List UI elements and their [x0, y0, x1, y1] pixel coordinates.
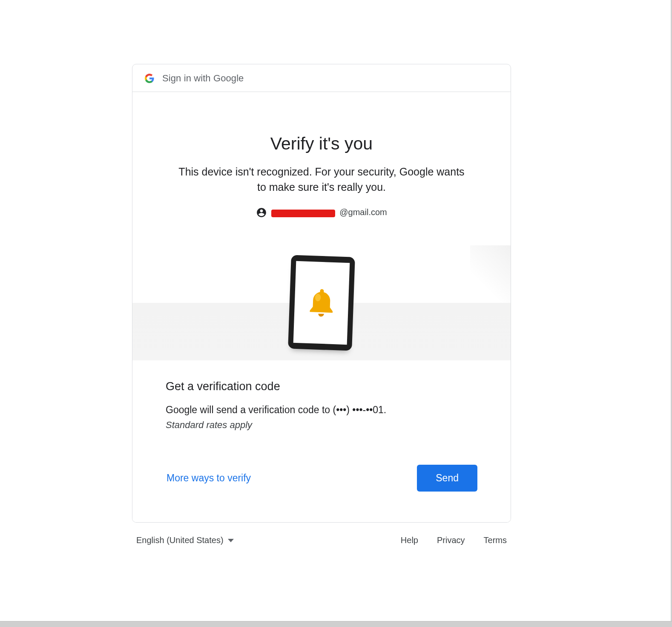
footer-links: Help Privacy Terms [401, 535, 507, 545]
language-selector[interactable]: English (United States) [136, 535, 234, 545]
title-block: Verify it's you This device isn't recogn… [132, 92, 511, 218]
google-logo-icon [144, 73, 155, 83]
account-email-suffix: @gmail.com [339, 207, 387, 217]
illustration-zone [132, 245, 511, 360]
chevron-down-icon [228, 539, 234, 542]
verification-description: Google will send a verification code to … [166, 403, 477, 417]
signin-dialog-wrap: Sign in with Google Verify it's you This… [132, 64, 511, 545]
signin-dialog: Sign in with Google Verify it's you This… [132, 64, 511, 523]
redacted-email-prefix [271, 210, 335, 217]
account-circle-icon [256, 207, 267, 218]
help-link[interactable]: Help [401, 535, 418, 545]
language-label: English (United States) [136, 535, 224, 545]
phone-screen [293, 261, 350, 344]
window-bottom-bar [0, 621, 672, 627]
verification-note: Standard rates apply [166, 420, 477, 431]
more-ways-button[interactable]: More ways to verify [166, 469, 252, 487]
privacy-link[interactable]: Privacy [437, 535, 465, 545]
action-row: More ways to verify Send [166, 465, 477, 492]
phone-illustration [288, 255, 355, 351]
terms-link[interactable]: Terms [484, 535, 507, 545]
verification-title: Get a verification code [166, 380, 477, 393]
dialog-header-title: Sign in with Google [162, 73, 244, 84]
bell-icon [306, 285, 338, 319]
page-subtitle: This device isn't recognized. For your s… [177, 164, 466, 195]
verification-section: Get a verification code Google will send… [132, 360, 511, 523]
dialog-header: Sign in with Google [132, 64, 511, 92]
footer: English (United States) Help Privacy Ter… [132, 523, 511, 545]
page-title: Verify it's you [158, 134, 485, 154]
send-button[interactable]: Send [417, 465, 477, 492]
account-chip[interactable]: @gmail.com [158, 207, 485, 218]
